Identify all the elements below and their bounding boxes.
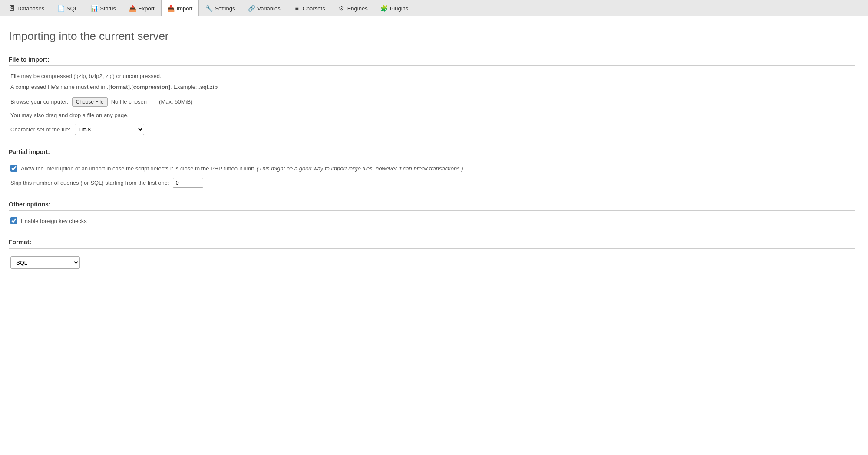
charset-label: Character set of the file: bbox=[10, 126, 70, 133]
interrupt-label: Allow the interruption of an import in c… bbox=[21, 164, 463, 173]
foreign-key-label: Enable foreign key checks bbox=[21, 217, 87, 226]
nav-item-engines[interactable]: ⚙Engines bbox=[332, 0, 374, 16]
import-icon: 📥 bbox=[168, 5, 175, 12]
nav-item-label-charsets: Charsets bbox=[303, 5, 325, 12]
other-options-section: Other options: Enable foreign key checks bbox=[9, 201, 855, 226]
choose-file-button[interactable]: Choose File bbox=[72, 97, 108, 107]
skip-input[interactable] bbox=[173, 178, 203, 188]
info-line2-prefix: A compressed file's name must end in bbox=[10, 84, 107, 90]
nav-item-label-sql: SQL bbox=[66, 5, 78, 12]
format-header: Format: bbox=[9, 239, 855, 249]
nav-item-plugins[interactable]: 🧩Plugins bbox=[374, 0, 415, 16]
browse-label: Browse your computer: bbox=[10, 98, 69, 105]
other-options-content: Enable foreign key checks bbox=[9, 217, 855, 226]
interrupt-checkbox[interactable] bbox=[10, 165, 17, 172]
status-icon: 📊 bbox=[91, 5, 98, 12]
nav-item-status[interactable]: 📊Status bbox=[84, 0, 122, 16]
format-content: SQLCSVJSONXML bbox=[9, 255, 855, 269]
partial-import-header: Partial import: bbox=[9, 148, 855, 158]
browse-row: Browse your computer: Choose File No fil… bbox=[10, 97, 853, 107]
nav-item-settings[interactable]: 🔧Settings bbox=[199, 0, 241, 16]
no-file-text: No file chosen bbox=[111, 98, 147, 105]
file-to-import-content: File may be compressed (gzip, bzip2, zip… bbox=[9, 72, 855, 135]
interrupt-checkbox-row: Allow the interruption of an import in c… bbox=[10, 164, 853, 173]
format-select[interactable]: SQLCSVJSONXML bbox=[10, 256, 80, 269]
nav-item-label-import: Import bbox=[177, 5, 193, 12]
export-icon: 📤 bbox=[129, 5, 136, 12]
nav-item-export[interactable]: 📤Export bbox=[122, 0, 161, 16]
foreign-key-checkbox[interactable] bbox=[10, 217, 17, 224]
interrupt-note: (This might be a good way to import larg… bbox=[257, 165, 463, 172]
nav-item-label-status: Status bbox=[100, 5, 116, 12]
partial-import-section: Partial import: Allow the interruption o… bbox=[9, 148, 855, 188]
nav-item-import[interactable]: 📥Import bbox=[161, 0, 199, 16]
other-options-header: Other options: bbox=[9, 201, 855, 211]
plugins-icon: 🧩 bbox=[381, 5, 388, 12]
nav-item-label-engines: Engines bbox=[347, 5, 368, 12]
nav-item-variables[interactable]: 🔗Variables bbox=[241, 0, 287, 16]
settings-icon: 🔧 bbox=[205, 5, 212, 12]
skip-label: Skip this number of queries (for SQL) st… bbox=[10, 180, 169, 186]
skip-row: Skip this number of queries (for SQL) st… bbox=[10, 178, 853, 188]
foreign-key-checkbox-row: Enable foreign key checks bbox=[10, 217, 853, 226]
charset-select[interactable]: utf-8utf-16latin1asciicp1250 bbox=[75, 124, 144, 135]
info-line2-example: .sql.zip bbox=[198, 84, 218, 90]
max-size-text: (Max: 50MiB) bbox=[159, 98, 192, 105]
nav-item-label-databases: Databases bbox=[17, 5, 44, 12]
page-title: Importing into the current server bbox=[9, 29, 855, 43]
nav-item-databases[interactable]: 🗄Databases bbox=[2, 0, 51, 16]
sql-icon: 📄 bbox=[57, 5, 64, 12]
variables-icon: 🔗 bbox=[248, 5, 255, 12]
info-line1: File may be compressed (gzip, bzip2, zip… bbox=[10, 72, 853, 81]
info-line2-mid: . Example: bbox=[170, 84, 198, 90]
charsets-icon: ≡ bbox=[294, 5, 300, 12]
engines-icon: ⚙ bbox=[338, 5, 345, 12]
file-to-import-section: File to import: File may be compressed (… bbox=[9, 56, 855, 135]
nav-item-label-plugins: Plugins bbox=[390, 5, 409, 12]
interrupt-label-text: Allow the interruption of an import in c… bbox=[21, 165, 255, 172]
nav-item-label-variables: Variables bbox=[257, 5, 280, 12]
navbar: 🗄Databases📄SQL📊Status📤Export📥Import🔧Sett… bbox=[0, 0, 868, 16]
nav-item-label-export: Export bbox=[138, 5, 155, 12]
nav-item-label-settings: Settings bbox=[215, 5, 235, 12]
charset-row: Character set of the file: utf-8utf-16la… bbox=[10, 124, 853, 135]
info-line2-format: .[format].[compression] bbox=[107, 84, 170, 90]
nav-item-sql[interactable]: 📄SQL bbox=[51, 0, 84, 16]
main-content: Importing into the current server File t… bbox=[0, 16, 868, 455]
nav-item-charsets[interactable]: ≡Charsets bbox=[287, 0, 332, 16]
drag-drop-text: You may also drag and drop a file on any… bbox=[10, 112, 853, 118]
format-section: Format: SQLCSVJSONXML bbox=[9, 239, 855, 269]
info-line2: A compressed file's name must end in .[f… bbox=[10, 83, 853, 92]
partial-import-content: Allow the interruption of an import in c… bbox=[9, 164, 855, 188]
databases-icon: 🗄 bbox=[8, 5, 15, 12]
file-to-import-header: File to import: bbox=[9, 56, 855, 66]
